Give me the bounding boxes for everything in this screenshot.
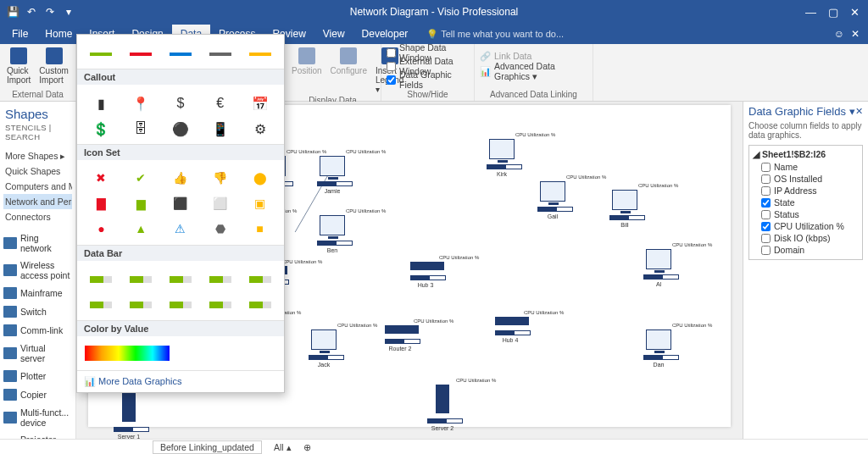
node-router2[interactable]: CPU Utilization %Router 2	[385, 325, 415, 352]
stencil-item[interactable]: Ring network	[3, 230, 72, 257]
shapes-link[interactable]: Quick Shapes	[3, 163, 72, 179]
graphic-option[interactable]	[84, 343, 170, 363]
node-ben[interactable]: CPU Utilization %Ben	[317, 215, 348, 253]
save-icon[interactable]: 💾	[7, 6, 19, 18]
node-kirk[interactable]: CPU Utilization %Kirk	[487, 139, 517, 177]
shapes-link[interactable]: More Shapes ▸	[3, 148, 72, 163]
dgf-dropdown-icon[interactable]: ▾	[849, 105, 855, 118]
position-button[interactable]: Position	[290, 46, 324, 77]
stencil-item[interactable]: Virtual server	[3, 340, 72, 367]
shapes-link[interactable]: Computers and Monitors	[3, 179, 72, 194]
stencil-item[interactable]: Multi-funct... device	[3, 404, 72, 431]
sheet-tab[interactable]: Before Linking_updated	[153, 440, 262, 454]
all-sheets[interactable]: All ▴	[274, 442, 292, 452]
graphic-option[interactable]: 📅	[242, 91, 277, 112]
custom-import-button[interactable]: Custom Import	[37, 46, 70, 86]
tab-view[interactable]: View	[314, 25, 353, 43]
data-graphics-gallery[interactable]: Callout ▮📍$€📅💲🗄⚫📱⚙ Icon Set ✖✔👍👎⬤▇▆⬛⬜▣●▲…	[76, 34, 285, 393]
graphic-option[interactable]: ✔	[124, 167, 159, 187]
dgf-field[interactable]: Domain	[753, 244, 859, 256]
minimize-icon[interactable]: —	[805, 6, 816, 19]
maximize-icon[interactable]: ▢	[828, 6, 838, 19]
ribbon-close-icon[interactable]: ✕	[851, 28, 860, 40]
graphic-option[interactable]: ⬜	[203, 192, 237, 213]
graphic-option[interactable]	[164, 293, 198, 313]
node-hub3[interactable]: CPU Utilization %Hub 3	[410, 262, 441, 288]
node-gail[interactable]: CPU Utilization %Gail	[537, 181, 568, 219]
close-icon[interactable]: ✕	[850, 6, 860, 19]
configure-button[interactable]: Configure	[329, 46, 369, 77]
graphic-option[interactable]: 🗄	[124, 117, 159, 137]
shapes-link[interactable]: Connectors	[3, 209, 72, 224]
stencil-item[interactable]: Switch	[3, 302, 72, 321]
graphic-option[interactable]: ▆	[124, 192, 159, 213]
graphic-option[interactable]: 👎	[203, 167, 237, 187]
graphic-option[interactable]	[124, 42, 159, 62]
tab-home[interactable]: Home	[36, 25, 81, 43]
tab-file[interactable]: File	[3, 25, 36, 43]
graphic-option[interactable]	[242, 293, 277, 313]
add-sheet-icon[interactable]: ⊕	[303, 442, 311, 452]
graphic-option[interactable]: ●	[84, 218, 119, 238]
redo-icon[interactable]: ↷	[44, 6, 56, 18]
node-bill[interactable]: CPU Utilization %Bill	[609, 190, 640, 228]
shapes-subtabs[interactable]: STENCILS | SEARCH	[3, 121, 72, 143]
graphic-option[interactable]	[203, 293, 237, 313]
graphic-option[interactable]: ⬛	[164, 192, 198, 213]
graphic-option[interactable]: 📱	[203, 117, 237, 137]
graphic-option[interactable]: ▮	[84, 91, 119, 112]
stencil-item[interactable]: Plotter	[3, 367, 72, 385]
graphic-option[interactable]: ⚠	[164, 218, 198, 238]
graphic-option[interactable]: ■	[242, 218, 277, 238]
account-face-icon[interactable]: ☺	[834, 28, 844, 40]
graphic-option[interactable]	[164, 268, 198, 288]
advanced-data-graphics-button[interactable]: 📊 Advanced Data Graphics ▾	[480, 64, 587, 78]
node-jamie[interactable]: CPU Utilization %Jamie	[317, 156, 348, 194]
shapes-link[interactable]: Network and Peripherals	[3, 194, 72, 209]
graphic-option[interactable]: $	[164, 91, 198, 112]
stencil-item[interactable]: Wireless access point	[3, 257, 72, 284]
graphic-option[interactable]	[124, 293, 159, 313]
stencil-item[interactable]: Copier	[3, 385, 72, 404]
quick-import-button[interactable]: Quick Import	[5, 46, 32, 86]
link-data-button[interactable]: 🔗 Link Data	[480, 49, 531, 63]
node-hub4[interactable]: CPU Utilization %Hub 4	[495, 317, 526, 343]
graphic-option[interactable]: ⬤	[242, 167, 277, 187]
dgf-field[interactable]: State	[753, 197, 859, 208]
graphic-option[interactable]: ▣	[242, 192, 277, 213]
dgf-field[interactable]: Name	[753, 161, 859, 173]
graphic-option[interactable]	[124, 268, 159, 288]
graphic-option[interactable]: 💲	[84, 117, 119, 137]
qat-more-icon[interactable]: ▾	[63, 6, 75, 18]
dgf-field[interactable]: CPU Utilization %	[753, 220, 859, 232]
graphic-option[interactable]: ⬣	[203, 218, 237, 238]
graphic-option[interactable]: ▇	[84, 192, 119, 213]
graphic-option[interactable]	[84, 42, 119, 62]
dgf-field[interactable]: Status	[753, 208, 859, 220]
stencil-item[interactable]: Comm-link	[3, 321, 72, 340]
graphic-option[interactable]	[84, 268, 119, 288]
node-jack[interactable]: CPU Utilization %Jack	[309, 329, 339, 368]
stencil-item[interactable]: Projector Screen	[3, 431, 72, 439]
graphic-option[interactable]: €	[203, 91, 237, 112]
graphic-option[interactable]	[84, 293, 119, 313]
dgf-root[interactable]: ◢ Sheet1!$B2:I26	[753, 149, 859, 159]
graphic-option[interactable]: 📍	[124, 91, 159, 112]
graphic-option[interactable]: ⚙	[242, 117, 277, 137]
tell-me[interactable]: 💡 Tell me what you want to do...	[426, 29, 564, 40]
more-data-graphics[interactable]: 📊 More Data Graphics	[77, 370, 284, 392]
graphic-option[interactable]: ✖	[84, 167, 119, 187]
dgf-field[interactable]: OS Installed	[753, 173, 859, 185]
graphic-option[interactable]	[203, 42, 237, 62]
node-server2[interactable]: CPU Utilization %Server 2	[427, 385, 458, 431]
graphic-option[interactable]: 👍	[164, 167, 198, 187]
graphic-option[interactable]	[164, 42, 198, 62]
node-al[interactable]: CPU Utilization %Al	[643, 249, 674, 287]
graphic-option[interactable]: ⚫	[164, 117, 198, 137]
undo-icon[interactable]: ↶	[25, 6, 37, 18]
dgf-close-icon[interactable]: ✕	[855, 106, 863, 117]
node-server1[interactable]: CPU Utilization %Server 1	[114, 393, 144, 439]
data-graphic-fields-check[interactable]: Data Graphic Fields	[387, 73, 469, 86]
dgf-field[interactable]: Disk IO (kbps)	[753, 232, 859, 244]
graphic-option[interactable]	[242, 42, 277, 62]
